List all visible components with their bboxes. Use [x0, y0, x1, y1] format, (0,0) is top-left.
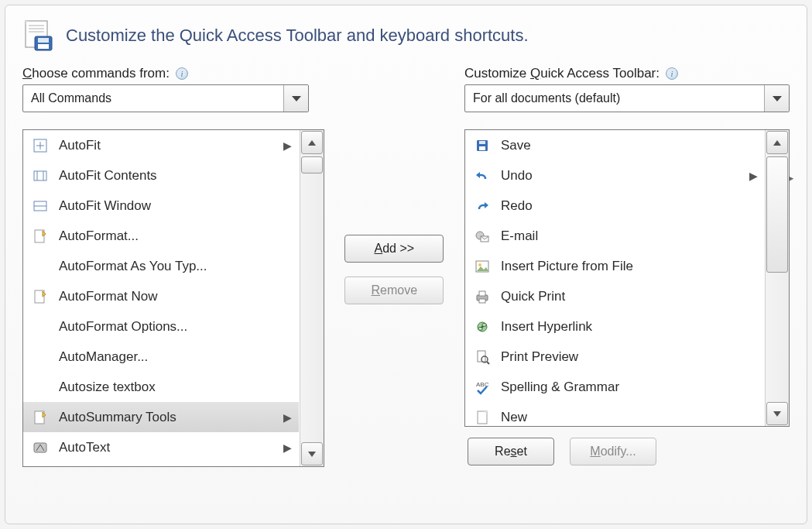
add-button[interactable]: Add >>: [344, 235, 444, 263]
autofit-window-icon: [31, 197, 50, 215]
svg-rect-7: [38, 44, 49, 49]
svg-rect-36: [478, 328, 482, 330]
list-item[interactable]: AutoFit Contents: [23, 160, 299, 191]
chevron-down-icon[interactable]: [283, 85, 308, 112]
svg-rect-9: [34, 171, 46, 180]
list-item[interactable]: Insert Hyperlink: [465, 311, 764, 342]
scrollbar[interactable]: [300, 130, 324, 466]
flyout-arrow-icon: ▶: [283, 441, 293, 454]
svg-rect-42: [478, 411, 487, 424]
autotext-icon: [31, 438, 50, 457]
list-item-label: AutoFit: [59, 138, 274, 153]
scroll-thumb[interactable]: [301, 156, 323, 173]
chevron-down-icon[interactable]: [764, 85, 789, 112]
header-title: Customize the Quick Access Toolbar and k…: [66, 26, 529, 46]
redo-icon: [473, 197, 492, 215]
list-item[interactable]: New: [465, 402, 764, 426]
blank-icon: [31, 378, 50, 397]
list-item-label: AutoFormat As You Typ...: [59, 259, 293, 274]
customize-qat-select[interactable]: For all documents (default): [464, 84, 790, 112]
list-item[interactable]: ABCSpelling & Grammar: [465, 372, 764, 402]
list-item-label: Undo: [501, 168, 739, 184]
autosummary-icon: [31, 408, 50, 427]
list-item-label: AutoFit Contents: [59, 168, 293, 184]
choose-commands-label: Choose commands from: i: [22, 66, 188, 81]
qat-listbox[interactable]: SaveUndo▶RedoE-mailInsert Picture from F…: [464, 129, 790, 427]
scroll-up-button[interactable]: [301, 131, 323, 154]
svg-line-40: [487, 362, 489, 364]
list-item[interactable]: AutoFit Window: [23, 191, 299, 221]
list-item[interactable]: AutoFormat As You Typ...: [23, 251, 299, 281]
save-icon: [473, 136, 492, 155]
svg-rect-37: [482, 324, 486, 326]
commands-listbox[interactable]: AutoFit▶AutoFit ContentsAutoFit WindowAu…: [22, 129, 324, 467]
scroll-down-button[interactable]: [301, 442, 323, 465]
list-item[interactable]: AutoManager...: [23, 342, 299, 372]
modify-button[interactable]: Modify...: [570, 438, 656, 465]
list-item-label: AutoText: [59, 440, 274, 455]
list-item[interactable]: Redo: [465, 191, 764, 221]
reset-button[interactable]: Reset: [468, 438, 554, 465]
quick-print-icon: [473, 287, 492, 306]
list-item-label: AutoFormat Now: [59, 289, 293, 304]
autofit-icon: [31, 136, 50, 155]
options-dialog: Customize the Quick Access Toolbar and k…: [5, 5, 807, 524]
autoformat-now-icon: [31, 287, 50, 306]
blank-icon: [31, 318, 50, 336]
list-item[interactable]: Quick Print: [465, 281, 764, 311]
list-item[interactable]: Undo▶: [465, 160, 764, 191]
list-item-label: AutoManager...: [59, 349, 293, 365]
print-preview-icon: [473, 348, 492, 366]
list-item[interactable]: Print Preview: [465, 342, 764, 372]
list-item-label: AutoSummary Tools: [59, 410, 274, 425]
list-item[interactable]: Save: [465, 130, 764, 160]
list-item[interactable]: AutoText▶: [23, 432, 299, 462]
list-item[interactable]: Insert Picture from File: [465, 251, 764, 281]
list-item[interactable]: Axes▶: [23, 462, 299, 466]
svg-marker-27: [485, 202, 488, 208]
flyout-arrow-icon: ▶: [749, 170, 758, 182]
list-item-label: Autosize textbox: [59, 380, 293, 395]
remove-button[interactable]: Remove: [344, 277, 444, 304]
list-item-label: Insert Hyperlink: [501, 319, 758, 335]
list-item[interactable]: AutoFormat...: [23, 221, 299, 251]
svg-rect-34: [479, 299, 485, 303]
scroll-up-button[interactable]: [766, 131, 788, 154]
list-item-label: New: [501, 410, 758, 425]
list-item[interactable]: Autosize textbox: [23, 372, 299, 402]
list-item-label: AutoFormat...: [59, 228, 293, 244]
list-item[interactable]: AutoFormat Options...: [23, 311, 299, 342]
flyout-arrow-icon: ▶: [283, 411, 293, 424]
choose-commands-select[interactable]: All Commands: [22, 84, 309, 112]
blank-icon: [31, 257, 50, 276]
info-icon[interactable]: i: [176, 67, 188, 80]
spelling-icon: ABC: [473, 378, 492, 397]
list-item[interactable]: AutoSummary Tools▶: [23, 402, 299, 432]
list-item-label: Redo: [501, 198, 758, 214]
list-item[interactable]: E-mail: [465, 221, 764, 251]
document-disk-icon: [22, 19, 55, 52]
list-item-label: Save: [501, 138, 758, 153]
scrollbar[interactable]: [765, 130, 789, 426]
select-value: For all documents (default): [473, 91, 620, 105]
customize-qat-label: Customize Quick Access Toolbar: i: [464, 66, 790, 81]
blank-icon: [31, 348, 50, 366]
scroll-track[interactable]: [300, 155, 324, 441]
svg-rect-24: [479, 141, 485, 144]
picture-icon: [473, 257, 492, 276]
list-item-label: E-mail: [501, 228, 758, 244]
svg-marker-26: [476, 172, 480, 178]
header: Customize the Quick Access Toolbar and k…: [22, 19, 790, 52]
list-item-label: Print Preview: [501, 349, 758, 365]
list-item[interactable]: AutoFormat Now: [23, 281, 299, 311]
list-item-label: Insert Picture from File: [501, 259, 758, 274]
scroll-thumb[interactable]: [766, 156, 788, 273]
svg-rect-25: [479, 146, 485, 150]
svg-point-31: [478, 263, 481, 266]
flyout-arrow-icon: ▶: [283, 139, 293, 152]
list-item[interactable]: AutoFit▶: [23, 130, 299, 160]
scroll-down-button[interactable]: [766, 402, 788, 425]
info-icon[interactable]: i: [666, 67, 678, 80]
scroll-track[interactable]: [766, 155, 789, 401]
undo-icon: [473, 167, 492, 185]
